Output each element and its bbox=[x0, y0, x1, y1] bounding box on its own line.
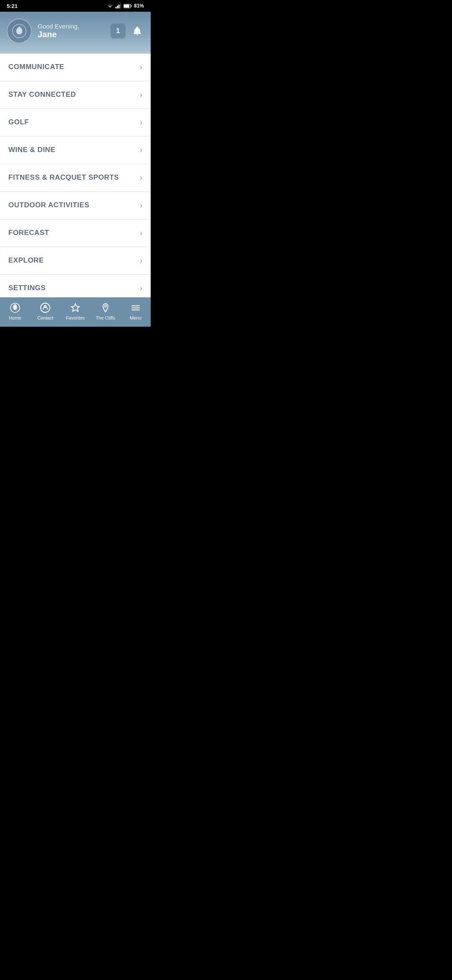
nav-item-home[interactable]: Home bbox=[0, 302, 30, 320]
svg-rect-0 bbox=[116, 7, 117, 8]
nav-item-favorites[interactable]: Favorites bbox=[60, 302, 90, 320]
menu-item-wine-dine[interactable]: WINE & DINE › bbox=[0, 137, 151, 164]
chevron-icon-golf: › bbox=[140, 118, 142, 127]
menu-item-explore[interactable]: EXPLORE › bbox=[0, 247, 151, 275]
menu-item-label-settings: SETTINGS bbox=[8, 284, 46, 292]
menu-item-label-communicate: COMMUNICATE bbox=[8, 63, 64, 71]
main-content: Good Evening, Jane 1 COMMUNICATE › STAY … bbox=[0, 12, 151, 327]
menu-item-forecast[interactable]: FORECAST › bbox=[0, 219, 151, 247]
nav-icon-home bbox=[9, 302, 21, 314]
menu-item-label-stay-connected: STAY CONNECTED bbox=[8, 90, 76, 99]
nav-label-favorites: Favorites bbox=[66, 315, 85, 320]
chevron-icon-forecast: › bbox=[140, 229, 142, 237]
menu-item-communicate[interactable]: COMMUNICATE › bbox=[0, 54, 151, 81]
greeting-text: Good Evening, bbox=[38, 23, 79, 30]
menu-item-label-wine-dine: WINE & DINE bbox=[8, 146, 55, 154]
status-icons: 81% bbox=[107, 3, 144, 9]
svg-rect-5 bbox=[131, 5, 131, 7]
header-left: Good Evening, Jane bbox=[7, 18, 79, 44]
nav-icon-menu bbox=[130, 302, 141, 314]
svg-rect-6 bbox=[124, 5, 129, 8]
notification-badge[interactable]: 1 bbox=[110, 23, 126, 39]
bell-icon[interactable] bbox=[131, 24, 144, 38]
svg-rect-3 bbox=[120, 3, 121, 8]
chevron-icon-wine-dine: › bbox=[140, 146, 142, 155]
status-bar: 5:21 81% bbox=[0, 0, 151, 12]
battery-icon bbox=[123, 4, 132, 8]
svg-point-10 bbox=[44, 306, 46, 308]
menu-item-outdoor[interactable]: OUTDOOR ACTIVITIES › bbox=[0, 192, 151, 219]
nav-icon-the-cliffs bbox=[100, 302, 111, 314]
nav-icon-favorites bbox=[69, 302, 81, 314]
nav-item-menu[interactable]: Menu bbox=[121, 302, 151, 320]
menu-item-label-fitness-racquet: FITNESS & RACQUET SPORTS bbox=[8, 173, 119, 182]
menu-item-stay-connected[interactable]: STAY CONNECTED › bbox=[0, 81, 151, 109]
menu-item-fitness-racquet[interactable]: FITNESS & RACQUET SPORTS › bbox=[0, 164, 151, 192]
chevron-icon-communicate: › bbox=[140, 63, 142, 72]
nav-label-home: Home bbox=[9, 315, 21, 320]
header: Good Evening, Jane 1 bbox=[0, 12, 151, 54]
menu-item-label-forecast: FORECAST bbox=[8, 229, 49, 237]
chevron-icon-outdoor: › bbox=[140, 201, 142, 210]
svg-rect-1 bbox=[117, 6, 118, 9]
nav-label-menu: Menu bbox=[130, 315, 141, 320]
nav-item-the-cliffs[interactable]: The Cliffs bbox=[90, 302, 121, 320]
wifi-icon bbox=[107, 3, 113, 8]
greeting-block: Good Evening, Jane bbox=[38, 23, 79, 39]
menu-item-settings[interactable]: SETTINGS › bbox=[0, 275, 151, 297]
svg-point-12 bbox=[105, 305, 107, 307]
chevron-icon-explore: › bbox=[140, 256, 142, 265]
menu-item-golf[interactable]: GOLF › bbox=[0, 109, 151, 137]
chevron-icon-fitness-racquet: › bbox=[140, 173, 142, 182]
chevron-icon-settings: › bbox=[140, 284, 142, 293]
menu-item-label-explore: EXPLORE bbox=[8, 256, 44, 265]
menu-item-label-golf: GOLF bbox=[8, 118, 29, 126]
greeting-name: Jane bbox=[38, 30, 79, 39]
logo-icon bbox=[12, 23, 27, 39]
battery-percent: 81% bbox=[134, 3, 144, 9]
chevron-icon-stay-connected: › bbox=[140, 90, 142, 99]
nav-item-contact[interactable]: Contact bbox=[30, 302, 60, 320]
time: 5:21 bbox=[7, 3, 18, 9]
nav-label-the-cliffs: The Cliffs bbox=[96, 315, 115, 320]
nav-label-contact: Contact bbox=[37, 315, 53, 320]
svg-rect-2 bbox=[118, 5, 120, 8]
nav-icon-contact bbox=[39, 302, 51, 314]
header-right: 1 bbox=[110, 23, 144, 39]
menu-item-label-outdoor: OUTDOOR ACTIVITIES bbox=[8, 201, 90, 209]
avatar[interactable] bbox=[7, 18, 32, 44]
svg-marker-11 bbox=[72, 304, 80, 312]
bottom-nav: Home Contact Favorites The Cliffs Menu bbox=[0, 297, 151, 327]
menu-list: COMMUNICATE › STAY CONNECTED › GOLF › WI… bbox=[0, 54, 151, 297]
signal-icon bbox=[116, 3, 121, 8]
